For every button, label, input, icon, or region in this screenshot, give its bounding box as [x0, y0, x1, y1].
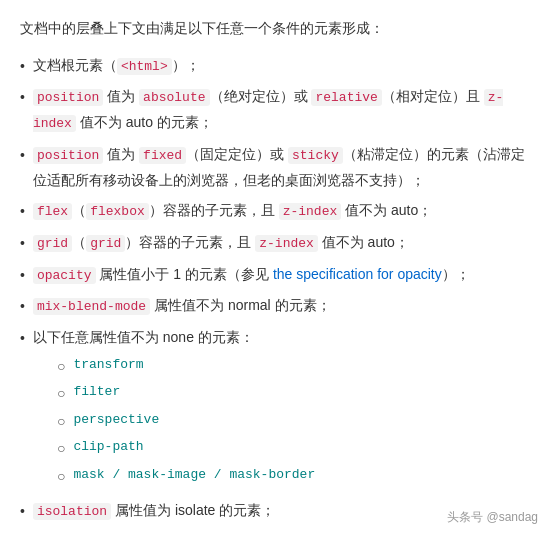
bullet: •: [20, 143, 25, 168]
item-content: position 值为 fixed（固定定位）或 sticky（粘滞定位）的元素…: [33, 142, 530, 192]
sub-item-transform: transform: [73, 354, 143, 377]
list-item: • grid（grid）容器的子元素，且 z-index 值不为 auto；: [20, 230, 530, 256]
page-container: 文档中的层叠上下文由满足以下任意一个条件的元素形成： • 文档根元素（<html…: [0, 0, 550, 534]
list-item: • opacity 属性值小于 1 的元素（参见 the specificati…: [20, 262, 530, 288]
bullet: •: [20, 499, 25, 524]
item-content: 文档根元素（<html>）；: [33, 53, 530, 79]
list-item: • position 值为 absolute（绝对定位）或 relative（相…: [20, 84, 530, 136]
code-grid: grid: [33, 235, 72, 252]
bullet: •: [20, 54, 25, 79]
list-item: • -webkit-overflow-scrolling 属性值为 touch …: [20, 530, 530, 534]
bullet: •: [20, 326, 25, 351]
link-zindex-grid[interactable]: z-index: [255, 234, 318, 250]
link-opacity-spec[interactable]: the specification for opacity: [273, 266, 442, 282]
code-position2: position: [33, 147, 103, 164]
sub-list-item: ○ perspective: [57, 409, 530, 434]
sub-bullet: ○: [57, 409, 65, 434]
sub-list-item: ○ transform: [57, 354, 530, 379]
code-zindex-grid: z-index: [255, 235, 318, 252]
sub-item-mask: mask / mask-image / mask-border: [73, 464, 315, 487]
code-zindex-flex: z-index: [279, 203, 342, 220]
link-zindex-flex[interactable]: z-index: [279, 202, 342, 218]
sub-bullet: ○: [57, 381, 65, 406]
item-content: opacity 属性值小于 1 的元素（参见 the specification…: [33, 262, 530, 288]
sub-list: ○ transform ○ filter ○ perspective ○ cli…: [57, 354, 530, 489]
item-content: 以下任意属性值不为 none 的元素： ○ transform ○ filter…: [33, 325, 530, 492]
sub-list-item: ○ clip-path: [57, 436, 530, 461]
bullet: •: [20, 231, 25, 256]
code-flexbox: flexbox: [86, 203, 149, 220]
bullet: •: [20, 85, 25, 110]
bullet: •: [20, 199, 25, 224]
bullet: •: [20, 263, 25, 288]
sub-item-perspective: perspective: [73, 409, 159, 432]
sub-item-filter: filter: [73, 381, 120, 404]
watermark: 头条号 @sandag: [447, 509, 538, 526]
code-absolute: absolute: [139, 89, 209, 106]
sub-bullet: ○: [57, 436, 65, 461]
item-content: grid（grid）容器的子元素，且 z-index 值不为 auto；: [33, 230, 530, 256]
list-item: • position 值为 fixed（固定定位）或 sticky（粘滞定位）的…: [20, 142, 530, 192]
link-grid[interactable]: grid: [86, 234, 125, 250]
code-relative: relative: [311, 89, 381, 106]
sub-bullet: ○: [57, 464, 65, 489]
code-html: <html>: [117, 58, 172, 75]
list-item: • flex（flexbox）容器的子元素，且 z-index 值不为 auto…: [20, 198, 530, 224]
code-position: position: [33, 89, 103, 106]
code-sticky: sticky: [288, 147, 343, 164]
list-item: • 文档根元素（<html>）；: [20, 53, 530, 79]
code-flex: flex: [33, 203, 72, 220]
bullet: •: [20, 294, 25, 319]
code-zindex: z-index: [33, 89, 503, 132]
main-list: • 文档根元素（<html>）； • position 值为 absolute（…: [20, 53, 530, 535]
item-content: position 值为 absolute（绝对定位）或 relative（相对定…: [33, 84, 530, 136]
sub-list-item: ○ filter: [57, 381, 530, 406]
sub-item-clip-path: clip-path: [73, 436, 143, 459]
list-item: • 以下任意属性值不为 none 的元素： ○ transform ○ filt…: [20, 325, 530, 492]
item-content: mix-blend-mode 属性值不为 normal 的元素；: [33, 293, 530, 319]
code-mix-blend: mix-blend-mode: [33, 298, 150, 315]
code-grid2: grid: [86, 235, 125, 252]
code-fixed: fixed: [139, 147, 186, 164]
link-flexbox[interactable]: flexbox: [86, 202, 149, 218]
list-item: • mix-blend-mode 属性值不为 normal 的元素；: [20, 293, 530, 319]
item-content: -webkit-overflow-scrolling 属性值为 touch 的元…: [33, 530, 530, 534]
code-opacity: opacity: [33, 267, 96, 284]
intro-text: 文档中的层叠上下文由满足以下任意一个条件的元素形成：: [20, 16, 530, 41]
item-content: flex（flexbox）容器的子元素，且 z-index 值不为 auto；: [33, 198, 530, 224]
sub-bullet: ○: [57, 354, 65, 379]
code-isolation: isolation: [33, 503, 111, 520]
sub-list-item: ○ mask / mask-image / mask-border: [57, 464, 530, 489]
